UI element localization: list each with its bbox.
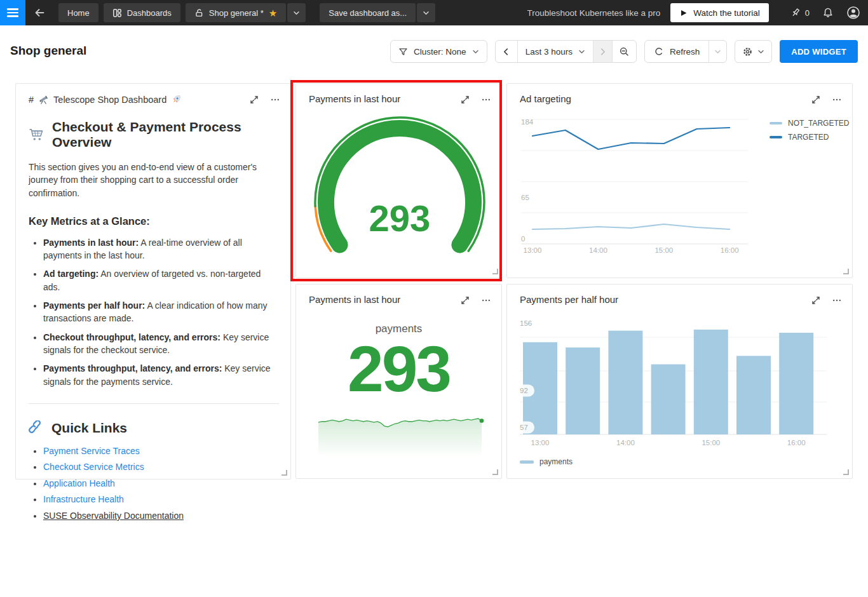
refresh-label: Refresh <box>670 47 700 57</box>
svg-text:0: 0 <box>521 235 525 243</box>
time-forward-button-disabled[interactable] <box>593 41 612 62</box>
metric-item: Checkout throughput, latency, and errors… <box>43 331 279 357</box>
time-range-label: Last 3 hours <box>526 47 573 57</box>
markdown-widget: # Telescope Shop Dashboard Checkout & Pa… <box>15 83 291 480</box>
watch-tutorial-button[interactable]: Watch the tutorial <box>670 3 769 22</box>
payments-sparkline <box>296 285 503 478</box>
widget-actions <box>249 95 280 105</box>
svg-text:13:00: 13:00 <box>531 439 550 446</box>
metric-item: Payments in last hour: A real-time overv… <box>43 236 279 262</box>
refresh-icon <box>654 46 664 57</box>
avatar-icon <box>846 6 860 20</box>
legend-item-payments[interactable]: payments <box>520 457 573 466</box>
resize-handle[interactable] <box>492 269 498 274</box>
top-nav-bar: Home Dashboards Shop general * ★ Save da… <box>0 0 868 25</box>
rocket-icon <box>170 93 182 105</box>
expand-widget-icon[interactable] <box>249 95 259 105</box>
tab-home-label: Home <box>67 8 90 18</box>
resize-handle[interactable] <box>843 469 849 475</box>
zoom-out-time-button[interactable] <box>612 41 636 62</box>
page-header: Shop general Cluster: None Last 3 hours <box>0 25 868 79</box>
legend-item-not_targeted[interactable]: NOT_TARGETED <box>770 119 849 128</box>
svg-text:156: 156 <box>520 319 532 327</box>
save-dashboard-menu-button[interactable] <box>417 3 435 22</box>
svg-text:57: 57 <box>520 424 528 431</box>
payments-gauge-chart: 293 <box>296 84 503 278</box>
user-avatar[interactable] <box>846 6 860 20</box>
overview-heading: Checkout & Payment Process Overview <box>29 119 279 150</box>
svg-text:16:00: 16:00 <box>787 439 806 446</box>
tab-home[interactable]: Home <box>58 3 98 22</box>
pushpin-icon <box>790 8 801 18</box>
svg-text:14:00: 14:00 <box>616 439 635 446</box>
tab-current-dashboard[interactable]: Shop general * ★ <box>186 3 286 22</box>
quick-link[interactable]: Payment Service Traces <box>43 446 140 456</box>
cluster-filter-label: Cluster: None <box>414 47 466 57</box>
cluster-filter-button[interactable]: Cluster: None <box>390 40 487 63</box>
refresh-group: Refresh <box>644 40 727 63</box>
tab-current-dashboard-label: Shop general * <box>209 8 264 18</box>
filter-funnel-icon <box>398 47 408 57</box>
save-dashboard-as-label: Save dashboard as... <box>329 8 407 18</box>
legend-item-targeted[interactable]: TARGETED <box>770 133 849 142</box>
resize-handle[interactable] <box>281 470 287 476</box>
payments-gauge-widget: Payments in last hour payments 293 <box>295 83 502 278</box>
tab-dashboards[interactable]: Dashboards <box>104 3 180 22</box>
refresh-options-button[interactable] <box>709 41 726 62</box>
svg-text:65: 65 <box>521 194 529 201</box>
refresh-button[interactable]: Refresh <box>645 41 709 62</box>
dashboard-tab-menu-button[interactable] <box>287 3 306 22</box>
legend-label: NOT_TARGETED <box>788 119 849 128</box>
payments-number-widget: Payments in last hour payments 293 <box>295 284 502 479</box>
md-hash: # <box>29 95 34 105</box>
metric-item: Ad targeting: An overview of targeted vs… <box>43 267 279 293</box>
chevron-down-icon <box>423 10 430 17</box>
time-range-selector[interactable]: Last 3 hours <box>517 41 593 62</box>
chevron-down-icon <box>578 48 585 55</box>
favorite-star-icon[interactable]: ★ <box>269 8 277 18</box>
watch-tutorial-label: Watch the tutorial <box>693 8 760 18</box>
chevron-left-icon <box>502 48 510 56</box>
unlock-icon <box>194 8 204 18</box>
gear-icon <box>742 46 753 57</box>
dashboards-icon <box>112 8 122 18</box>
back-button[interactable] <box>25 6 53 19</box>
quick-link-item: Application Health <box>43 478 279 488</box>
time-back-button[interactable] <box>496 41 517 62</box>
quick-link[interactable]: Checkout Service Metrics <box>43 462 144 472</box>
widget-menu-icon[interactable] <box>270 95 280 105</box>
link-icon <box>29 420 44 436</box>
quick-link-item: Payment Service Traces <box>43 446 279 456</box>
tab-dashboards-label: Dashboards <box>127 8 172 18</box>
legend-label: payments <box>539 457 573 466</box>
svg-text:293: 293 <box>369 198 431 239</box>
svg-text:184: 184 <box>521 118 534 126</box>
md-title-text: Telescope Shop Dashboard <box>53 95 166 105</box>
pinned-items-button[interactable]: 0 <box>790 8 810 18</box>
payments-per-half-hour-widget: Payments per half hour 156925713:0014:00… <box>506 284 853 479</box>
telescope-icon <box>37 93 50 105</box>
add-widget-button[interactable]: ADD WIDGET <box>780 40 858 63</box>
quick-link[interactable]: SUSE Observability Documentation <box>43 511 184 521</box>
metric-item: Payments per half hour: A clear indicati… <box>43 299 279 325</box>
notifications-button[interactable] <box>822 7 834 18</box>
chevron-down-icon <box>714 48 721 55</box>
resize-handle[interactable] <box>843 269 849 274</box>
dashboard-toolbar: Cluster: None Last 3 hours <box>390 40 858 63</box>
page-title: Shop general <box>10 44 86 58</box>
play-icon <box>679 9 688 17</box>
quick-link[interactable]: Infrastructure Health <box>43 494 124 504</box>
quick-link-item: Infrastructure Health <box>43 494 279 504</box>
dashboard-settings-button[interactable] <box>735 40 772 63</box>
quick-links-heading: Quick Links <box>29 420 279 436</box>
quick-link-item: SUSE Observability Documentation <box>43 511 279 521</box>
markdown-content: Checkout & Payment Process Overview This… <box>29 111 279 527</box>
hamburger-menu-button[interactable] <box>0 0 25 25</box>
quick-links-list: Payment Service Traces Checkout Service … <box>29 446 279 521</box>
quick-link[interactable]: Application Health <box>43 478 115 488</box>
resize-handle[interactable] <box>492 469 498 475</box>
svg-text:15:00: 15:00 <box>654 246 673 254</box>
chevron-right-icon <box>599 48 607 56</box>
save-dashboard-as-button[interactable]: Save dashboard as... <box>320 3 416 22</box>
zoom-out-icon <box>619 46 630 57</box>
